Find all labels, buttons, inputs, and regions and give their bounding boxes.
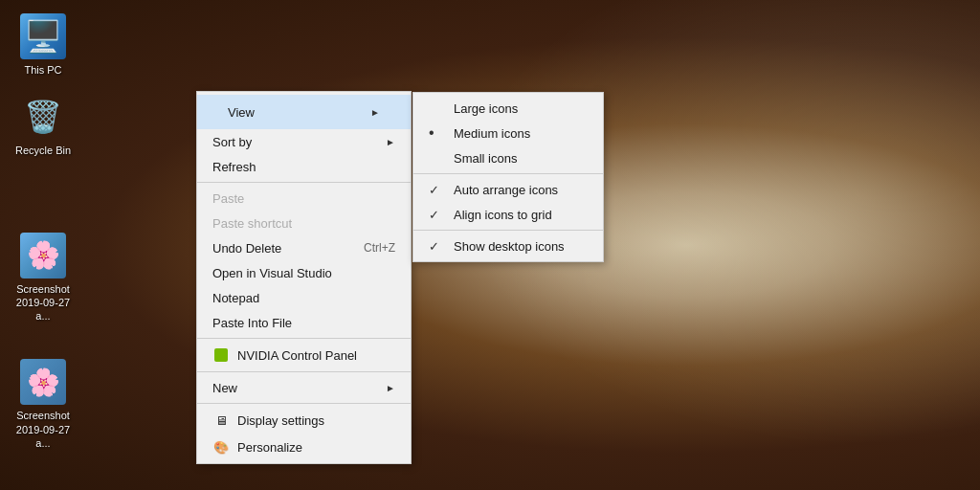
recycle-bin-icon[interactable]: Recycle Bin xyxy=(5,90,81,161)
align-to-grid-item[interactable]: ✓ Align icons to grid xyxy=(413,202,603,227)
sep-2 xyxy=(197,338,411,339)
this-pc-icon-image xyxy=(20,13,66,59)
large-icons-label: Large icons xyxy=(454,101,518,116)
screenshot-2-icon[interactable]: Screenshot2019-09-27 a... xyxy=(5,355,81,454)
paste-shortcut-menu-item[interactable]: Paste shortcut xyxy=(197,211,411,235)
sort-by-arrow-icon: ► xyxy=(386,137,395,147)
context-menu: View ► Large icons • Medium icons Small … xyxy=(196,91,412,464)
desktop-icons-container: This PC Recycle Bin Screenshot2019-09-27… xyxy=(0,0,86,463)
sort-by-label: Sort by xyxy=(212,135,386,149)
new-menu-item[interactable]: New ► xyxy=(197,375,411,400)
paste-shortcut-label: Paste shortcut xyxy=(212,216,395,231)
personalize-icon: 🎨 xyxy=(212,438,230,456)
align-grid-check: ✓ xyxy=(429,208,446,222)
small-icons-label: Small icons xyxy=(454,151,517,166)
screenshot-1-label: Screenshot2019-09-27 a... xyxy=(9,282,78,323)
large-icons-item[interactable]: Large icons xyxy=(413,96,603,121)
display-settings-menu-item[interactable]: 🖥 Display settings xyxy=(197,407,411,434)
auto-arrange-item[interactable]: ✓ Auto arrange icons xyxy=(413,177,603,202)
large-icons-bullet xyxy=(429,100,446,116)
screenshot-2-label: Screenshot2019-09-27 a... xyxy=(9,409,78,450)
notepad-label: Notepad xyxy=(212,291,395,305)
sep-1 xyxy=(197,182,411,183)
refresh-label: Refresh xyxy=(212,160,395,174)
align-grid-label: Align icons to grid xyxy=(454,208,552,222)
auto-arrange-label: Auto arrange icons xyxy=(454,183,558,197)
sort-by-menu-item[interactable]: Sort by ► xyxy=(197,129,411,154)
screenshot-1-icon[interactable]: Screenshot2019-09-27 a... xyxy=(5,229,81,327)
view-submenu: Large icons • Medium icons Small icons ✓… xyxy=(412,92,604,262)
personalize-label: Personalize xyxy=(237,440,302,455)
medium-icons-label: Medium icons xyxy=(454,126,530,141)
open-vs-menu-item[interactable]: Open in Visual Studio xyxy=(197,260,411,285)
undo-delete-shortcut: Ctrl+Z xyxy=(364,241,395,255)
medium-icons-item[interactable]: • Medium icons xyxy=(413,121,603,145)
display-settings-icon: 🖥 xyxy=(212,412,230,429)
display-settings-label: Display settings xyxy=(237,413,324,428)
view-arrow-icon: ► xyxy=(370,107,380,118)
this-pc-label: This PC xyxy=(24,63,61,77)
this-pc-icon[interactable]: This PC xyxy=(5,10,81,80)
view-menu-item[interactable]: View ► Large icons • Medium icons Small … xyxy=(197,95,411,129)
screenshot-2-icon-image xyxy=(20,359,66,405)
paste-into-file-label: Paste Into File xyxy=(212,316,395,330)
show-desktop-label: Show desktop icons xyxy=(454,239,565,254)
personalize-menu-item[interactable]: 🎨 Personalize xyxy=(197,434,411,460)
small-icons-bullet xyxy=(429,150,446,166)
submenu-sep-1 xyxy=(413,173,603,174)
paste-into-file-menu-item[interactable]: Paste Into File xyxy=(197,310,411,335)
recycle-bin-icon-image xyxy=(20,94,66,140)
notepad-menu-item[interactable]: Notepad xyxy=(197,285,411,310)
small-icons-item[interactable]: Small icons xyxy=(413,145,603,170)
new-arrow-icon: ► xyxy=(386,383,395,393)
view-label: View xyxy=(228,105,370,120)
sep-3 xyxy=(197,371,411,372)
medium-icons-bullet: • xyxy=(429,125,446,141)
show-desktop-icons-item[interactable]: ✓ Show desktop icons xyxy=(413,234,603,258)
auto-arrange-check: ✓ xyxy=(429,183,446,197)
nvidia-label: NVIDIA Control Panel xyxy=(237,348,357,363)
show-desktop-check: ✓ xyxy=(429,239,446,254)
nvidia-icon xyxy=(212,346,230,364)
recycle-bin-label: Recycle Bin xyxy=(15,144,71,157)
new-label: New xyxy=(212,381,386,395)
undo-delete-label: Undo Delete xyxy=(212,241,364,256)
paste-label: Paste xyxy=(212,191,395,206)
sep-4 xyxy=(197,403,411,404)
nvidia-menu-item[interactable]: NVIDIA Control Panel xyxy=(197,342,411,368)
screenshot-1-icon-image xyxy=(20,233,66,278)
submenu-sep-2 xyxy=(413,230,603,231)
refresh-menu-item[interactable]: Refresh xyxy=(197,154,411,179)
undo-delete-menu-item[interactable]: Undo Delete Ctrl+Z xyxy=(197,235,411,260)
paste-menu-item[interactable]: Paste xyxy=(197,186,411,211)
open-vs-label: Open in Visual Studio xyxy=(212,266,395,280)
